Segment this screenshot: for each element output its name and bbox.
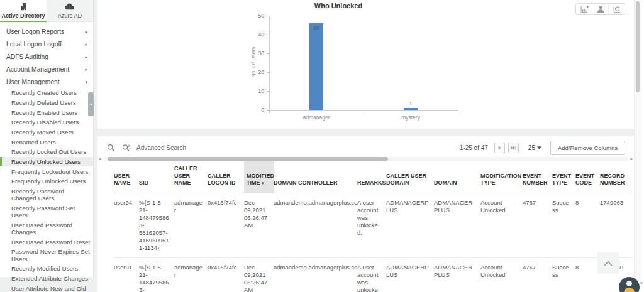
caret-down-icon xyxy=(537,146,541,149)
sidebar-item-renamed-users[interactable]: Renamed Users xyxy=(0,137,93,147)
bar-value-label: 46 xyxy=(307,25,326,31)
column-header-event-type[interactable]: EVENT TYPE xyxy=(552,161,575,193)
table-row[interactable]: user94%{S-1-5-21-1484795863-58162057-416… xyxy=(114,193,631,258)
sidebar-item-recently-disabled-users[interactable]: Recently Disabled Users xyxy=(0,117,93,127)
sidebar-item-recently-created-users[interactable]: Recently Created Users xyxy=(0,88,93,98)
x-tick-mark xyxy=(458,111,458,113)
table-cell: 8 xyxy=(575,258,600,292)
last-page-button[interactable] xyxy=(508,143,519,153)
person-icon xyxy=(626,281,632,286)
vertical-scrollbar-thumb[interactable] xyxy=(636,1,640,92)
sidebar-item-extended-attribute-changes[interactable]: Extended Attribute Changes xyxy=(0,274,93,284)
user-report-icon[interactable] xyxy=(592,4,608,14)
refresh-chart-icon[interactable] xyxy=(608,4,625,14)
add-remove-columns-button[interactable]: Add/Remove Columns xyxy=(550,141,625,155)
column-header-caller-user-domain[interactable]: CALLER USER DOMAIN xyxy=(386,161,434,193)
horizontal-scrollbar-thumb[interactable] xyxy=(108,157,388,161)
chevron-up-icon xyxy=(604,261,613,266)
table-cell: Account Unlocked xyxy=(480,258,523,292)
bar-admanager[interactable] xyxy=(309,23,323,110)
sidebar-item-recently-moved-users[interactable]: Recently Moved Users xyxy=(0,127,93,138)
sidebar-menu: User Logon Reports▸Local Logon-Logoff▸AD… xyxy=(0,22,93,292)
table-cell: user91 xyxy=(114,258,139,292)
sidebar-item-recently-enabled-users[interactable]: Recently Enabled Users xyxy=(0,107,93,117)
add-chart-icon[interactable] xyxy=(576,4,592,14)
column-header-modification-type[interactable]: MODIFICATION TYPE xyxy=(480,161,523,193)
scroll-to-top-button[interactable] xyxy=(597,252,619,274)
sidebar-item-frequently-unlocked-users[interactable]: Frequently Unlocked Users xyxy=(0,176,93,187)
sidebar-item-user-logon-reports[interactable]: User Logon Reports▸ xyxy=(0,25,93,38)
sidebar-item-adfs-auditing[interactable]: ADFS Auditing▸ xyxy=(0,50,93,63)
bar-value-label: 1 xyxy=(401,100,420,107)
table-header-row: USER NAMESIDCALLER USER NAMECALLER LOGON… xyxy=(114,161,631,193)
table-cell: %{S-1-5-21-1484795863-58162057-416960951… xyxy=(139,258,174,292)
chat-caret-icon[interactable]: ▾ xyxy=(640,281,643,286)
y-tick-mark xyxy=(267,16,269,16)
sidebar-item-local-logon-logoff[interactable]: Local Logon-Logoff▸ xyxy=(0,38,93,50)
bar-mystery[interactable] xyxy=(404,108,418,110)
table-cell: Success xyxy=(552,258,575,292)
advanced-search-icon[interactable] xyxy=(120,143,133,153)
sidebar-collapse-handle[interactable]: ◂ xyxy=(88,92,94,116)
sidebar-item-password-never-expires-set-users[interactable]: Password Never Expires Set Users xyxy=(0,247,93,264)
sidebar: Active DirectoryAzure AD User Logon Repo… xyxy=(0,0,94,277)
page-size-value: 25 xyxy=(528,144,535,151)
table-cell: admanager xyxy=(174,258,208,292)
page-size-dropdown[interactable]: 25 xyxy=(528,144,541,151)
chart-actions-toolbar xyxy=(575,3,625,15)
column-header-event-number[interactable]: EVENT NUMBER xyxy=(523,161,552,193)
column-header-caller-logon-id[interactable]: CALLER LOGON ID xyxy=(208,161,244,193)
search-icon[interactable] xyxy=(105,143,116,153)
sidebar-item-recently-password-changed-users[interactable]: Recently Password Changed Users xyxy=(0,187,93,203)
table-cell: ADMANAGERPLUS xyxy=(386,258,434,292)
table-cell: admandemo.admanagerplus.com xyxy=(274,193,357,258)
column-header-domain[interactable]: DOMAIN xyxy=(434,161,480,193)
y-tick-mark xyxy=(267,91,269,92)
sidebar-item-user-management[interactable]: User Management▾ xyxy=(0,75,93,88)
cloud-icon xyxy=(65,3,75,11)
vertical-scrollbar[interactable] xyxy=(635,0,641,292)
x-tick-label: mystery xyxy=(379,114,442,121)
y-axis xyxy=(269,16,270,110)
column-header-sid[interactable]: SID xyxy=(139,161,174,193)
column-header-record-number[interactable]: RECORD NUMBER xyxy=(600,161,631,193)
sidebar-item-user-based-password-changes[interactable]: User Based Password Changes xyxy=(0,220,93,237)
sidebar-item-frequently-lockedout-users[interactable]: Frequently Lockedout Users xyxy=(0,166,93,176)
sidebar-item-account-management[interactable]: Account Management▸ xyxy=(0,63,93,75)
chart-panel: Who Unlocked No. Of Users 0102030405046a… xyxy=(97,0,634,129)
sidebar-item-user-based-password-reset[interactable]: User Based Password Reset xyxy=(0,237,93,247)
table-cell: 0x416f74fc xyxy=(208,258,244,292)
column-header-remarks[interactable]: REMARKS xyxy=(357,161,386,193)
column-header-modified-time[interactable]: MODIFIED TIME ▾ xyxy=(244,161,274,193)
chart-title: Who Unlocked xyxy=(244,2,433,9)
tab-azure-ad[interactable]: Azure AD xyxy=(47,0,93,22)
table-cell: 8 xyxy=(575,193,600,258)
sidebar-item-label: User Management xyxy=(6,78,60,85)
table-cell: 0x416f74fc xyxy=(208,193,244,258)
advanced-search-label[interactable]: Advanced Search xyxy=(136,144,186,151)
chevron-down-icon: ▾ xyxy=(85,78,87,85)
table-cell: ADMANAGERPLUS xyxy=(434,193,480,258)
column-header-domain-controller[interactable]: DOMAIN CONTROLLER xyxy=(274,161,357,193)
scroll-right-icon[interactable]: ▸ xyxy=(630,156,633,161)
sidebar-item-recently-password-set-users[interactable]: Recently Password Set Users xyxy=(0,203,93,220)
tab-active-directory[interactable]: Active Directory xyxy=(0,0,47,22)
report-table-panel: Advanced Search 1-25 of 47 25 Add/Remove… xyxy=(97,136,634,292)
sidebar-item-recently-deleted-users[interactable]: Recently Deleted Users xyxy=(0,98,93,108)
report-table: USER NAMESIDCALLER USER NAMECALLER LOGON… xyxy=(114,161,631,292)
sidebar-item-user-attribute-new-and-old-value[interactable]: User Attribute New and Old Value xyxy=(0,284,93,292)
chevron-right-icon: ▸ xyxy=(85,41,87,48)
column-header-event-code[interactable]: EVENT CODE xyxy=(575,161,600,193)
column-header-caller-user-name[interactable]: CALLER USER NAME xyxy=(174,161,208,193)
y-tick-label: 10 xyxy=(250,88,264,94)
sidebar-item-recently-unlocked-users[interactable]: Recently Unlocked Users xyxy=(0,157,93,167)
scroll-left-icon[interactable]: ◂ xyxy=(99,156,101,161)
sidebar-item-recently-locked-out-users[interactable]: Recently Locked Out Users xyxy=(0,147,93,157)
next-page-button[interactable] xyxy=(494,143,505,153)
sidebar-item-recently-modified-users[interactable]: Recently Modified Users xyxy=(0,264,93,274)
horizontal-scrollbar[interactable]: ◂ ▸ xyxy=(104,157,628,161)
column-header-user-name[interactable]: USER NAME xyxy=(114,161,139,193)
table-toolbar: Advanced Search 1-25 of 47 25 Add/Remove… xyxy=(105,140,625,155)
table-row[interactable]: user91%{S-1-5-21-1484795863-58162057-416… xyxy=(114,258,631,292)
table-cell: Success xyxy=(552,193,575,258)
